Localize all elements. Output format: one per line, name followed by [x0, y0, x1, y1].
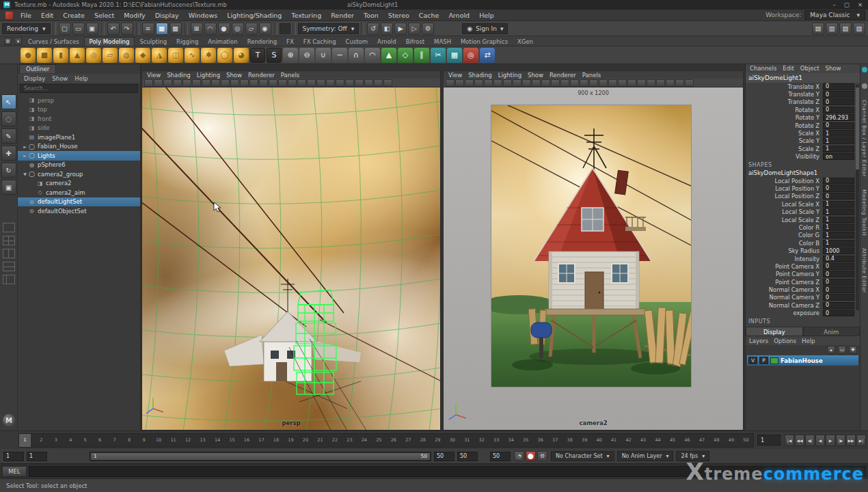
menu-item[interactable]: Cache — [414, 12, 444, 19]
gate-mask-icon[interactable] — [240, 79, 249, 87]
lasso-select-tool[interactable]: ◌ — [1, 111, 16, 126]
playback-start-field[interactable]: 1 — [27, 452, 47, 461]
poly-platonic-icon[interactable]: ◆ — [135, 48, 150, 63]
attribute-value-field[interactable]: 296.293 — [823, 114, 854, 121]
resolution-gate-icon[interactable] — [532, 79, 541, 87]
layout-outliner-persp[interactable] — [3, 275, 15, 284]
attribute-value-field[interactable]: 0.4 — [823, 256, 854, 262]
xray-mode-icon[interactable] — [675, 79, 684, 87]
mel-input[interactable] — [29, 466, 866, 477]
redo-icon[interactable]: ↷ — [121, 23, 133, 35]
motion-blur-icon[interactable] — [637, 79, 646, 87]
toggle-tool-settings-icon[interactable]: ▧ — [839, 23, 852, 35]
select-camera-icon[interactable] — [144, 79, 153, 87]
shelf-tab[interactable]: Custom — [341, 38, 373, 46]
paint-select-tool[interactable]: ✎ — [1, 128, 16, 144]
expand-arrow-icon[interactable]: ► — [22, 153, 28, 158]
auto-keyframe-icon[interactable]: ⬤ — [526, 451, 536, 461]
channel-box-menu-item[interactable]: Channels — [747, 65, 779, 72]
shelf-tab-arrow-icon[interactable]: ▾ — [14, 38, 22, 45]
depth-of-field-icon[interactable] — [656, 79, 665, 87]
select-component-icon[interactable]: ▩ — [169, 23, 182, 35]
screen-space-ao-icon[interactable] — [326, 79, 335, 87]
save-scene-icon[interactable]: ▣ — [86, 23, 98, 35]
menu-item[interactable]: Display — [150, 12, 184, 19]
layout-two-pane-side[interactable] — [3, 249, 15, 258]
outliner-item[interactable]: ► ◯ Lights — [18, 151, 140, 161]
attribute-value-field[interactable]: 1 — [823, 232, 854, 238]
fps-selector[interactable]: 24 fps ▾ — [676, 451, 709, 461]
poly-cylinder-icon[interactable]: ▮ — [53, 48, 68, 63]
close-button[interactable]: ✕ — [858, 1, 863, 8]
dock-handle-icon[interactable] — [862, 83, 867, 89]
bookmarks-icon[interactable] — [173, 79, 182, 87]
viewport-menu-item[interactable]: Show — [525, 72, 546, 79]
render-settings-icon[interactable]: ⚙ — [422, 23, 434, 35]
playback-options-icon[interactable]: ◔ — [514, 451, 524, 461]
shaded-mode-icon[interactable] — [589, 79, 598, 87]
isolate-select-icon[interactable] — [666, 79, 675, 87]
layer-editor-menu-item[interactable]: Layers — [749, 338, 768, 344]
menu-item[interactable]: Modify — [119, 12, 150, 19]
motion-blur-icon[interactable] — [336, 79, 344, 87]
type-tool-icon[interactable]: T — [250, 48, 265, 63]
go-to-start-button[interactable]: |◀ — [785, 435, 794, 446]
step-back-key-button[interactable]: ◀| — [805, 435, 815, 446]
menu-item[interactable]: Texturing — [286, 12, 326, 19]
anim-layer-selector[interactable]: No Anim Layer ▾ — [617, 451, 674, 461]
poly-cube-icon[interactable]: ■ — [37, 48, 52, 63]
search-input[interactable] — [21, 85, 137, 92]
shadows-toggle-icon[interactable] — [618, 79, 627, 87]
poly-soccer-ball-icon[interactable]: ◯ — [217, 48, 232, 63]
layer-editor-tab[interactable]: Anim — [803, 327, 860, 336]
menu-item[interactable]: Select — [90, 12, 119, 19]
sign-in-button[interactable]: ◉ Sign In ▾ — [462, 23, 508, 34]
outliner-item[interactable]: ◨ persp — [18, 96, 140, 105]
attribute-value-field[interactable]: 1 — [823, 240, 854, 247]
xray-mode-icon[interactable] — [374, 79, 383, 87]
camera-attributes-icon[interactable] — [163, 79, 172, 87]
exposure-icon[interactable] — [383, 79, 392, 87]
mel-toggle-button[interactable]: MEL — [2, 466, 27, 477]
safe-action-icon[interactable] — [560, 79, 569, 87]
attribute-value-field[interactable]: 1 — [823, 217, 854, 223]
wireframe-mode-icon[interactable] — [580, 79, 588, 87]
maximize-button[interactable]: ▢ — [844, 1, 850, 8]
viewport-menu-item[interactable]: Lighting — [194, 72, 223, 79]
shelf-tab[interactable]: Rigging — [172, 38, 203, 46]
attribute-value-field[interactable]: 0 — [823, 122, 854, 129]
select-camera-icon[interactable] — [446, 79, 455, 87]
bevel-icon[interactable]: ◇ — [398, 48, 413, 63]
ipr-render-icon[interactable]: ▷ — [408, 23, 420, 35]
step-forward-frame-button[interactable]: ▶▶ — [846, 435, 856, 446]
attribute-value-field[interactable]: 1 — [823, 201, 854, 208]
new-scene-icon[interactable]: ▢ — [59, 23, 71, 35]
attribute-value-field[interactable]: 1 — [823, 130, 854, 137]
menu-item[interactable]: Create — [58, 12, 90, 19]
current-frame-field[interactable]: 1 — [757, 435, 781, 446]
shelf-tab[interactable]: Sculpting — [135, 38, 172, 46]
outliner-item[interactable]: ◨ front — [18, 114, 140, 124]
outliner-menu-item[interactable]: Help — [72, 75, 90, 82]
animation-preferences-icon[interactable]: ⚙ — [537, 451, 547, 461]
multi-cut-icon[interactable]: ✂ — [431, 48, 446, 63]
attribute-value-field[interactable]: 0 — [823, 263, 854, 270]
outliner-item[interactable]: ▼ ◯ camera2_group — [18, 169, 140, 179]
construction-history-icon[interactable]: ↺ — [367, 23, 379, 35]
shaded-mode-icon[interactable] — [288, 79, 297, 87]
minimize-button[interactable]: – — [833, 1, 836, 8]
toggle-modeling-toolkit-icon[interactable]: ▤ — [812, 23, 824, 35]
shelf-tab[interactable]: Curves / Surfaces — [23, 38, 84, 46]
outliner-item[interactable]: ▤ imagePlane1 — [18, 133, 140, 142]
layout-two-pane-stacked[interactable] — [3, 262, 15, 271]
viewport-menu-item[interactable]: Renderer — [547, 72, 579, 79]
attribute-value-field[interactable]: 1 — [823, 137, 854, 144]
bookmarks-icon[interactable] — [474, 79, 483, 87]
new-layer-from-selected-icon[interactable]: ✚ — [849, 346, 857, 354]
layer-editor-tab[interactable]: Display — [746, 327, 803, 336]
2d-pan-zoom-icon[interactable] — [192, 79, 201, 87]
attribute-value-field[interactable]: 0 — [823, 185, 854, 192]
shelf-tab[interactable]: Motion Graphics — [456, 38, 513, 46]
menu-item[interactable]: Lighting/Shading — [222, 12, 286, 19]
shelf-tab[interactable]: XGen — [513, 38, 538, 46]
